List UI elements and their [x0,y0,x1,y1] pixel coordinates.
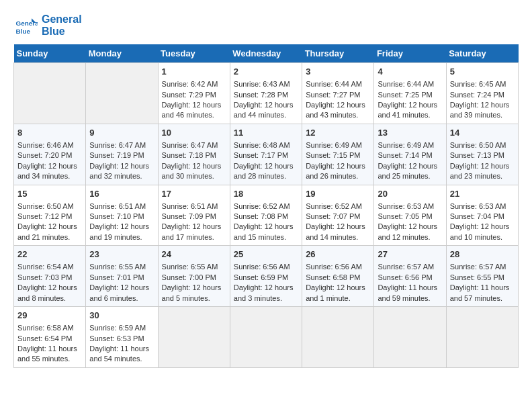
day-number: 13 [378,127,442,139]
day-number: 12 [306,127,370,139]
day-number: 10 [162,127,226,139]
day-info: Sunrise: 6:52 AMSunset: 7:08 PMDaylight:… [234,202,294,241]
svg-text:Blue: Blue [16,28,31,35]
calendar-cell [14,63,86,124]
day-number: 9 [89,127,154,139]
logo-icon: General Blue [13,13,38,38]
day-info: Sunrise: 6:55 AMSunset: 7:01 PMDaylight:… [89,263,149,302]
day-info: Sunrise: 6:51 AMSunset: 7:10 PMDaylight:… [89,202,149,241]
calendar-table: SundayMondayTuesdayWednesdayThursdayFrid… [13,44,519,368]
day-number: 15 [17,188,82,200]
calendar-cell: 9Sunrise: 6:47 AMSunset: 7:19 PMDaylight… [86,124,158,185]
calendar-cell: 22Sunrise: 6:54 AMSunset: 7:03 PMDayligh… [14,246,86,307]
day-info: Sunrise: 6:43 AMSunset: 7:28 PMDaylight:… [234,80,294,119]
calendar-cell: 25Sunrise: 6:56 AMSunset: 6:59 PMDayligh… [230,246,302,307]
day-info: Sunrise: 6:45 AMSunset: 7:24 PMDaylight:… [450,80,510,119]
day-info: Sunrise: 6:55 AMSunset: 7:00 PMDaylight:… [162,263,222,302]
day-number: 20 [378,188,442,200]
day-of-week-header: Sunday [14,44,86,63]
calendar-cell [230,307,302,368]
day-number: 14 [450,127,515,139]
calendar-cell: 3Sunrise: 6:44 AMSunset: 7:27 PMDaylight… [302,63,374,124]
day-info: Sunrise: 6:46 AMSunset: 7:20 PMDaylight:… [17,141,77,180]
day-info: Sunrise: 6:44 AMSunset: 7:25 PMDaylight:… [378,80,437,119]
day-info: Sunrise: 6:52 AMSunset: 7:07 PMDaylight:… [306,202,365,241]
day-number: 28 [450,248,515,261]
calendar-cell: 16Sunrise: 6:51 AMSunset: 7:10 PMDayligh… [86,185,158,246]
calendar-cell: 2Sunrise: 6:43 AMSunset: 7:28 PMDaylight… [230,63,302,124]
day-number: 16 [89,188,154,200]
calendar-cell: 15Sunrise: 6:50 AMSunset: 7:12 PMDayligh… [14,185,86,246]
calendar-cell: 14Sunrise: 6:50 AMSunset: 7:13 PMDayligh… [446,124,518,185]
day-of-week-header: Monday [86,44,158,63]
logo-wordmark: General Blue [42,13,82,37]
day-number: 18 [234,188,298,200]
calendar-header-row: SundayMondayTuesdayWednesdayThursdayFrid… [14,44,519,63]
day-info: Sunrise: 6:53 AMSunset: 7:05 PMDaylight:… [378,202,437,241]
day-info: Sunrise: 6:42 AMSunset: 7:29 PMDaylight:… [162,80,222,119]
calendar-cell: 30Sunrise: 6:59 AMSunset: 6:53 PMDayligh… [86,307,158,368]
calendar-cell: 19Sunrise: 6:52 AMSunset: 7:07 PMDayligh… [302,185,374,246]
calendar-cell: 29Sunrise: 6:58 AMSunset: 6:54 PMDayligh… [14,307,86,368]
calendar-week-row: 15Sunrise: 6:50 AMSunset: 7:12 PMDayligh… [14,185,519,246]
calendar-cell: 24Sunrise: 6:55 AMSunset: 7:00 PMDayligh… [158,246,230,307]
calendar-cell: 10Sunrise: 6:47 AMSunset: 7:18 PMDayligh… [158,124,230,185]
calendar-cell: 20Sunrise: 6:53 AMSunset: 7:05 PMDayligh… [374,185,446,246]
day-number: 25 [234,248,298,261]
calendar-cell: 11Sunrise: 6:48 AMSunset: 7:17 PMDayligh… [230,124,302,185]
day-number: 11 [234,127,298,139]
day-info: Sunrise: 6:56 AMSunset: 6:58 PMDaylight:… [306,263,365,302]
calendar-cell [86,63,158,124]
calendar-week-row: 29Sunrise: 6:58 AMSunset: 6:54 PMDayligh… [14,307,519,368]
day-number: 8 [17,127,82,139]
day-number: 5 [450,66,515,78]
calendar-cell [446,307,518,368]
calendar-cell: 18Sunrise: 6:52 AMSunset: 7:08 PMDayligh… [230,185,302,246]
calendar-cell [158,307,230,368]
day-info: Sunrise: 6:50 AMSunset: 7:13 PMDaylight:… [450,141,510,180]
calendar-cell: 1Sunrise: 6:42 AMSunset: 7:29 PMDaylight… [158,63,230,124]
day-info: Sunrise: 6:51 AMSunset: 7:09 PMDaylight:… [162,202,222,241]
day-number: 21 [450,188,515,200]
day-info: Sunrise: 6:48 AMSunset: 7:17 PMDaylight:… [234,141,294,180]
calendar-week-row: 1Sunrise: 6:42 AMSunset: 7:29 PMDaylight… [14,63,519,124]
calendar-cell [302,307,374,368]
calendar-cell: 26Sunrise: 6:56 AMSunset: 6:58 PMDayligh… [302,246,374,307]
calendar-cell: 28Sunrise: 6:57 AMSunset: 6:55 PMDayligh… [446,246,518,307]
day-number: 4 [378,66,442,78]
day-number: 26 [306,248,370,261]
day-info: Sunrise: 6:59 AMSunset: 6:53 PMDaylight:… [89,324,149,363]
calendar-cell: 13Sunrise: 6:49 AMSunset: 7:14 PMDayligh… [374,124,446,185]
calendar-cell: 8Sunrise: 6:46 AMSunset: 7:20 PMDaylight… [14,124,86,185]
calendar-cell: 4Sunrise: 6:44 AMSunset: 7:25 PMDaylight… [374,63,446,124]
day-number: 17 [162,188,226,200]
calendar-cell: 5Sunrise: 6:45 AMSunset: 7:24 PMDaylight… [446,63,518,124]
day-of-week-header: Saturday [446,44,518,63]
calendar-cell: 27Sunrise: 6:57 AMSunset: 6:56 PMDayligh… [374,246,446,307]
day-info: Sunrise: 6:44 AMSunset: 7:27 PMDaylight:… [306,80,365,119]
day-number: 22 [17,248,82,261]
svg-text:General: General [16,19,38,27]
day-info: Sunrise: 6:47 AMSunset: 7:18 PMDaylight:… [162,141,222,180]
page-header: General Blue General Blue [13,13,519,38]
day-info: Sunrise: 6:57 AMSunset: 6:56 PMDaylight:… [378,263,437,302]
day-info: Sunrise: 6:56 AMSunset: 6:59 PMDaylight:… [234,263,294,302]
day-number: 27 [378,248,442,261]
calendar-cell: 17Sunrise: 6:51 AMSunset: 7:09 PMDayligh… [158,185,230,246]
day-number: 29 [17,310,82,322]
day-info: Sunrise: 6:47 AMSunset: 7:19 PMDaylight:… [89,141,149,180]
day-info: Sunrise: 6:50 AMSunset: 7:12 PMDaylight:… [17,202,77,241]
day-info: Sunrise: 6:49 AMSunset: 7:15 PMDaylight:… [306,141,365,180]
day-info: Sunrise: 6:53 AMSunset: 7:04 PMDaylight:… [450,202,510,241]
day-info: Sunrise: 6:54 AMSunset: 7:03 PMDaylight:… [17,263,77,302]
day-of-week-header: Friday [374,44,446,63]
day-number: 1 [162,66,226,78]
day-of-week-header: Tuesday [158,44,230,63]
calendar-cell: 12Sunrise: 6:49 AMSunset: 7:15 PMDayligh… [302,124,374,185]
day-info: Sunrise: 6:58 AMSunset: 6:54 PMDaylight:… [17,324,77,363]
calendar-week-row: 22Sunrise: 6:54 AMSunset: 7:03 PMDayligh… [14,246,519,307]
day-info: Sunrise: 6:57 AMSunset: 6:55 PMDaylight:… [450,263,510,302]
day-number: 24 [162,248,226,261]
logo: General Blue General Blue [13,13,82,38]
day-number: 30 [89,310,154,322]
